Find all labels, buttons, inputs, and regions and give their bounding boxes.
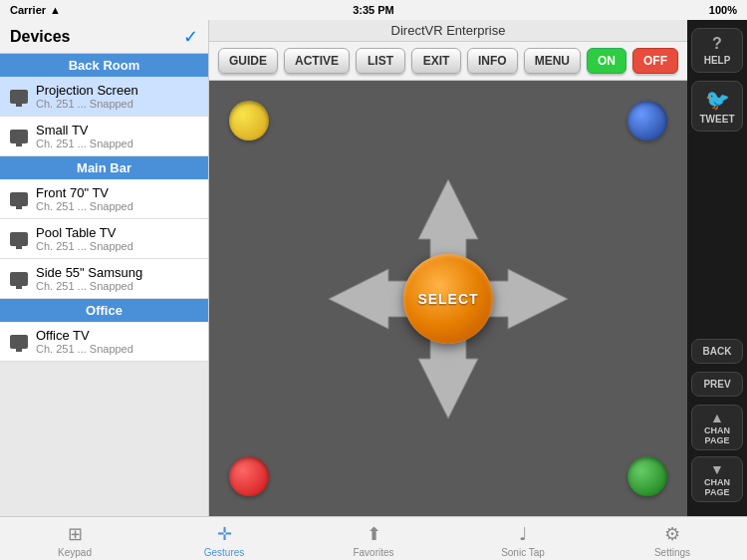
item-text-4: Pool Table TV Ch. 251 ... Snapped bbox=[36, 225, 133, 252]
help-icon: ? bbox=[712, 35, 722, 53]
sonic-tap-icon: ♩ bbox=[519, 523, 527, 545]
dpad: SELECT bbox=[319, 169, 578, 428]
prev-label: PREV bbox=[703, 379, 730, 390]
guide-button[interactable]: GUIDE bbox=[218, 48, 278, 74]
item-text-6: Office TV Ch. 251 ... Snapped bbox=[36, 328, 133, 355]
exit-button[interactable]: EXIT bbox=[411, 48, 461, 74]
tweet-button[interactable]: 🐦 TWEET bbox=[691, 81, 743, 132]
power-off-button[interactable]: OFF bbox=[632, 48, 678, 74]
item-name-5: Side 55" Samsung bbox=[36, 265, 142, 280]
device-item-office-tv[interactable]: Office TV Ch. 251 ... Snapped bbox=[0, 322, 208, 362]
section-main-bar: Main Bar bbox=[0, 156, 208, 179]
chan-page-down-button[interactable]: ▼ CHANPAGE bbox=[691, 456, 743, 502]
chan-down-arrow-icon: ▼ bbox=[710, 461, 724, 477]
section-back-room: Back Room bbox=[0, 54, 208, 77]
chan-page-up-button[interactable]: ▲ CHANPAGE bbox=[691, 405, 743, 450]
list-button[interactable]: LIST bbox=[356, 48, 405, 74]
item-name-2: Small TV bbox=[36, 123, 133, 138]
select-label: SELECT bbox=[417, 291, 478, 307]
power-on-button[interactable]: ON bbox=[587, 48, 626, 74]
active-button[interactable]: ACTIVE bbox=[284, 48, 350, 74]
device-item-side-samsung[interactable]: Side 55" Samsung Ch. 251 ... Snapped bbox=[0, 259, 208, 299]
item-sub-2: Ch. 251 ... Snapped bbox=[36, 138, 133, 149]
green-button[interactable] bbox=[627, 456, 667, 496]
carrier-label: Carrier bbox=[10, 4, 46, 16]
sidebar: Devices ✓ Back Room Projection Screen Ch… bbox=[0, 20, 209, 516]
favorites-icon: ⬆ bbox=[367, 523, 381, 545]
main-layout: Devices ✓ Back Room Projection Screen Ch… bbox=[0, 20, 747, 516]
dpad-area: SELECT bbox=[209, 81, 687, 516]
item-text-1: Projection Screen Ch. 251 ... Snapped bbox=[36, 83, 138, 110]
tv-icon-1 bbox=[10, 90, 28, 104]
select-button[interactable]: SELECT bbox=[403, 254, 493, 344]
remote-buttons-row: GUIDE ACTIVE LIST EXIT INFO MENU ON OFF bbox=[209, 42, 687, 81]
tab-gestures[interactable]: ✛ Gestures bbox=[149, 519, 299, 558]
tab-sonic-tap-label: Sonic Tap bbox=[501, 547, 545, 558]
item-sub-4: Ch. 251 ... Snapped bbox=[36, 240, 133, 252]
tab-gestures-label: Gestures bbox=[204, 547, 245, 558]
prev-button[interactable]: PREV bbox=[691, 372, 743, 397]
tv-icon-5 bbox=[10, 272, 28, 286]
app-title: DirectVR Enterprise bbox=[391, 23, 506, 38]
tv-icon-2 bbox=[10, 130, 28, 143]
item-name-1: Projection Screen bbox=[36, 83, 138, 98]
sidebar-title: Devices bbox=[10, 28, 71, 46]
twitter-icon: 🐦 bbox=[705, 88, 730, 112]
keypad-icon: ⊞ bbox=[68, 523, 83, 545]
wifi-icon: ▲ bbox=[50, 4, 61, 16]
item-name-4: Pool Table TV bbox=[36, 225, 133, 240]
menu-button[interactable]: MENU bbox=[524, 48, 581, 74]
device-item-projection-screen[interactable]: Projection Screen Ch. 251 ... Snapped bbox=[0, 77, 208, 117]
info-button[interactable]: INFO bbox=[467, 48, 518, 74]
sidebar-checkmark: ✓ bbox=[183, 26, 198, 48]
back-button[interactable]: BACK bbox=[691, 339, 743, 364]
gestures-icon: ✛ bbox=[217, 523, 232, 545]
chan-up-arrow-icon: ▲ bbox=[710, 410, 724, 425]
item-sub-3: Ch. 251 ... Snapped bbox=[36, 200, 133, 212]
settings-icon: ⚙ bbox=[664, 523, 680, 545]
tv-icon-3 bbox=[10, 192, 28, 206]
section-office: Office bbox=[0, 299, 208, 322]
tab-bar: ⊞ Keypad ✛ Gestures ⬆ Favorites ♩ Sonic … bbox=[0, 516, 747, 560]
tab-sonic-tap[interactable]: ♩ Sonic Tap bbox=[448, 519, 598, 558]
chan-down-label: CHANPAGE bbox=[704, 477, 730, 497]
remote-area: DirectVR Enterprise GUIDE ACTIVE LIST EX… bbox=[209, 20, 687, 516]
tab-settings-label: Settings bbox=[654, 547, 690, 558]
right-sidebar: ? HELP 🐦 TWEET BACK PREV ▲ CHANPAGE ▼ CH… bbox=[687, 20, 747, 516]
help-button[interactable]: ? HELP bbox=[691, 28, 743, 73]
tv-icon-4 bbox=[10, 232, 28, 246]
yellow-button[interactable] bbox=[229, 101, 269, 140]
tab-favorites[interactable]: ⬆ Favorites bbox=[299, 519, 448, 558]
item-text-2: Small TV Ch. 251 ... Snapped bbox=[36, 123, 133, 149]
red-button[interactable] bbox=[229, 456, 269, 496]
item-name-3: Front 70" TV bbox=[36, 185, 133, 200]
tab-keypad[interactable]: ⊞ Keypad bbox=[0, 519, 149, 558]
item-sub-5: Ch. 251 ... Snapped bbox=[36, 280, 142, 292]
status-bar: Carrier ▲ 3:35 PM 100% bbox=[0, 0, 747, 20]
tv-icon-6 bbox=[10, 335, 28, 349]
battery-label: 100% bbox=[709, 4, 737, 16]
blue-button[interactable] bbox=[627, 101, 667, 140]
item-sub-1: Ch. 251 ... Snapped bbox=[36, 98, 138, 110]
tab-keypad-label: Keypad bbox=[58, 547, 92, 558]
status-bar-left: Carrier ▲ bbox=[10, 4, 61, 16]
item-sub-6: Ch. 251 ... Snapped bbox=[36, 343, 133, 355]
device-item-pool-table-tv[interactable]: Pool Table TV Ch. 251 ... Snapped bbox=[0, 219, 208, 259]
help-label: HELP bbox=[704, 55, 731, 66]
item-text-3: Front 70" TV Ch. 251 ... Snapped bbox=[36, 185, 133, 212]
item-name-6: Office TV bbox=[36, 328, 133, 343]
tweet-label: TWEET bbox=[700, 114, 735, 125]
tab-settings[interactable]: ⚙ Settings bbox=[598, 519, 747, 558]
sidebar-header: Devices ✓ bbox=[0, 20, 208, 54]
tab-favorites-label: Favorites bbox=[353, 547, 393, 558]
chan-up-label: CHANPAGE bbox=[704, 425, 730, 445]
device-item-small-tv[interactable]: Small TV Ch. 251 ... Snapped bbox=[0, 117, 208, 156]
status-bar-time: 3:35 PM bbox=[353, 4, 394, 16]
item-text-5: Side 55" Samsung Ch. 251 ... Snapped bbox=[36, 265, 142, 292]
device-item-front-tv[interactable]: Front 70" TV Ch. 251 ... Snapped bbox=[0, 179, 208, 219]
remote-header: DirectVR Enterprise bbox=[209, 20, 687, 42]
back-label: BACK bbox=[703, 346, 732, 357]
